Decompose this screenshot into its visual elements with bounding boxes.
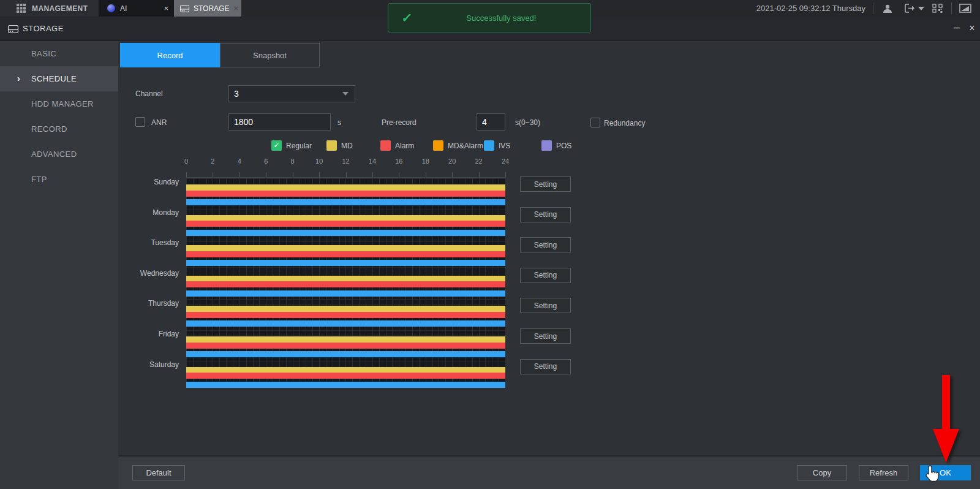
chevron-right-icon: ›	[17, 74, 20, 83]
schedule-bar-ivs[interactable]	[186, 290, 505, 297]
legend-checkbox-md-alarm[interactable]	[433, 140, 443, 151]
sidebar-item-hdd-manager[interactable]: HDD MANAGER	[0, 91, 118, 116]
schedule-bar-ivs[interactable]	[186, 382, 505, 388]
prerecord-unit: s(0~30)	[515, 118, 540, 127]
sidebar-item-label: ADVANCED	[31, 150, 77, 159]
schedule-bar-alarm[interactable]	[186, 191, 505, 197]
redundancy-label: Redundancy	[604, 119, 645, 127]
setting-button-monday[interactable]: Setting	[520, 207, 571, 222]
legend-label-md: MD	[341, 142, 353, 150]
schedule-bar-md[interactable]	[186, 306, 505, 312]
legend-label-regular: Regular	[286, 142, 312, 150]
tab-snapshot[interactable]: Snapshot	[220, 43, 320, 67]
tab-record[interactable]: Record	[120, 43, 220, 67]
axis-tick-label: 0	[177, 157, 195, 165]
schedule-bar-ivs[interactable]	[186, 320, 505, 327]
legend-label-md-alarm: MD&Alarm	[448, 142, 483, 150]
red-annotation-arrow	[929, 373, 965, 464]
schedule-bar-md[interactable]	[186, 184, 505, 191]
schedule-bar-alarm[interactable]	[186, 221, 505, 227]
setting-button-sunday[interactable]: Setting	[520, 176, 571, 192]
refresh-button[interactable]: Refresh	[859, 465, 908, 480]
legend-checkbox-alarm[interactable]	[380, 140, 391, 151]
tab-storage-label: STORAGE	[194, 4, 229, 13]
tab-storage[interactable]: STORAGE ×	[174, 0, 241, 17]
divider	[951, 2, 952, 14]
default-button[interactable]: Default	[132, 465, 185, 480]
prerecord-input[interactable]	[477, 113, 505, 131]
schedule-bar-alarm[interactable]	[186, 251, 505, 257]
channel-select[interactable]: 3	[228, 85, 355, 102]
minimize-button[interactable]: –	[950, 21, 963, 36]
anr-input[interactable]	[228, 113, 331, 131]
axis-tick-label: 6	[257, 157, 275, 165]
legend-checkbox-regular[interactable]: ✓	[271, 140, 282, 151]
close-icon[interactable]: ×	[233, 4, 238, 12]
schedule-bar-ivs[interactable]	[186, 260, 505, 266]
schedule-timeline-grid[interactable]	[186, 178, 505, 388]
axis-tick-mark	[479, 172, 480, 177]
close-icon[interactable]: ×	[164, 4, 168, 12]
schedule-bar-ivs[interactable]	[186, 199, 505, 205]
setting-button-thursday[interactable]: Setting	[520, 298, 571, 313]
sidebar: BASIC›SCHEDULEHDD MANAGERRECORDADVANCEDF…	[0, 41, 118, 489]
legend-checkbox-ivs[interactable]	[484, 140, 494, 151]
sidebar-item-advanced[interactable]: ADVANCED	[0, 142, 118, 167]
axis-tick-mark	[399, 172, 399, 177]
tab-ai[interactable]: AI ×	[99, 0, 174, 17]
schedule-bar-md[interactable]	[186, 336, 505, 343]
datetime: 2021-02-25 09:32:12 Thursday	[756, 0, 865, 17]
sidebar-item-basic[interactable]: BASIC	[0, 41, 118, 66]
monitor-icon[interactable]	[959, 0, 971, 17]
schedule-bar-ivs[interactable]	[186, 351, 505, 357]
schedule-bar-alarm[interactable]	[186, 281, 505, 287]
sidebar-item-label: BASIC	[31, 49, 56, 58]
axis-tick-label: 24	[496, 157, 514, 165]
schedule-bar-alarm[interactable]	[186, 373, 505, 379]
axis-tick-label: 10	[310, 157, 328, 165]
schedule-bar-md[interactable]	[186, 367, 505, 373]
copy-button[interactable]: Copy	[797, 465, 847, 480]
user-icon[interactable]	[882, 0, 893, 17]
sidebar-item-schedule[interactable]: ›SCHEDULE	[0, 66, 118, 91]
window-title: STORAGE	[23, 24, 64, 33]
logout-icon[interactable]	[905, 0, 916, 17]
axis-tick-label: 22	[470, 157, 488, 165]
qr-code-icon[interactable]	[932, 0, 943, 17]
legend-checkbox-md[interactable]	[326, 140, 337, 151]
check-icon: ✓	[401, 10, 413, 25]
axis-tick-label: 2	[203, 157, 222, 165]
chevron-down-icon[interactable]	[918, 0, 924, 17]
close-button[interactable]: ×	[965, 23, 979, 37]
schedule-bar-md[interactable]	[186, 245, 505, 251]
footer-bar: Default Copy Refresh OK	[118, 455, 980, 489]
schedule-bar-alarm[interactable]	[186, 312, 505, 318]
management-home[interactable]: MANAGEMENT	[0, 0, 99, 17]
schedule-bar-md[interactable]	[186, 215, 505, 221]
tab-ai-label: AI	[120, 4, 127, 13]
setting-button-wednesday[interactable]: Setting	[520, 268, 571, 283]
setting-button-saturday[interactable]: Setting	[520, 359, 571, 374]
anr-checkbox[interactable]	[135, 117, 145, 127]
setting-button-friday[interactable]: Setting	[520, 328, 571, 344]
axis-tick-mark	[505, 172, 506, 177]
day-label-sunday: Sunday	[92, 178, 179, 186]
sidebar-item-record[interactable]: RECORD	[0, 116, 118, 142]
day-label-friday: Friday	[92, 330, 179, 338]
legend-checkbox-pos[interactable]	[541, 140, 552, 151]
axis-tick-mark	[266, 172, 266, 177]
schedule-bar-md[interactable]	[186, 276, 505, 282]
axis-tick-label: 4	[230, 157, 249, 165]
legend-label-pos: POS	[556, 142, 571, 150]
schedule-bar-ivs[interactable]	[186, 230, 505, 236]
storage-drive-icon	[180, 5, 189, 12]
schedule-bar-alarm[interactable]	[186, 343, 505, 349]
axis-tick-mark	[346, 172, 347, 177]
channel-label: Channel	[135, 89, 163, 98]
redundancy-checkbox[interactable]	[590, 118, 600, 127]
day-label-thursday: Thursday	[92, 300, 179, 308]
sidebar-item-label: HDD MANAGER	[31, 99, 94, 108]
axis-baseline	[186, 177, 506, 178]
axis-tick-label: 20	[443, 157, 461, 165]
setting-button-tuesday[interactable]: Setting	[520, 237, 571, 252]
